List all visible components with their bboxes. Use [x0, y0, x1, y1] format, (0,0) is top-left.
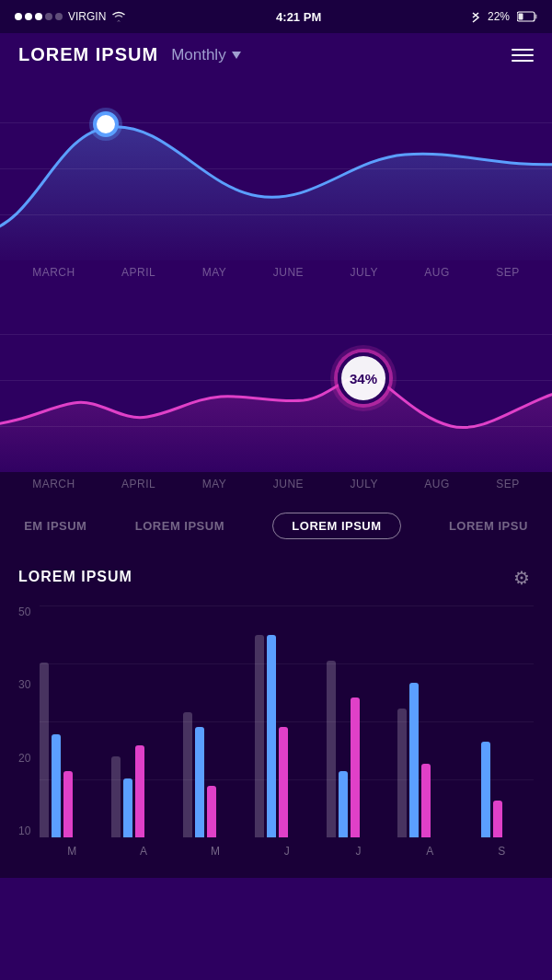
- y-label: 30: [18, 678, 30, 691]
- blue-data-point: [93, 111, 119, 137]
- menu-line: [512, 60, 534, 62]
- tab-lorem-ipsum-2[interactable]: LOREM IPSUM: [272, 513, 400, 539]
- menu-button[interactable]: [512, 49, 534, 62]
- bar-blue: [123, 778, 132, 837]
- header: LOREM IPSUM Monthly: [0, 33, 552, 76]
- bar-section-header: LOREM IPSUM ⚙: [18, 567, 534, 587]
- bar-gray: [327, 661, 336, 837]
- bar-blue: [481, 742, 490, 837]
- grid-line: [0, 334, 552, 335]
- pink-data-point: 34%: [338, 352, 389, 404]
- wifi-icon: [111, 11, 126, 22]
- bar-gray: [111, 756, 121, 837]
- signal-dots: [15, 13, 63, 20]
- menu-line: [512, 49, 534, 51]
- bar-section-title: LOREM IPSUM: [18, 569, 132, 585]
- grid-line: [0, 122, 552, 123]
- bar-gray: [40, 663, 49, 837]
- status-left: VIRGIN: [15, 10, 126, 23]
- month-label: JUNE: [273, 478, 304, 490]
- blue-chart: [0, 76, 552, 260]
- month-label: MAY: [202, 266, 227, 279]
- bar-group-j: J: [255, 635, 319, 837]
- bar-group-a2: A: [397, 683, 462, 837]
- bar-pink: [351, 698, 360, 837]
- chart-grid: [0, 76, 552, 260]
- svg-rect-1: [535, 15, 536, 19]
- settings-icon[interactable]: ⚙: [513, 567, 534, 587]
- y-label: 50: [18, 605, 30, 618]
- bar-pink: [493, 801, 502, 837]
- bar-group-s: S: [469, 742, 534, 837]
- grid-line: [0, 426, 552, 427]
- bar-blue: [339, 771, 348, 837]
- month-label: MARCH: [32, 266, 75, 279]
- bluetooth-icon: [471, 10, 480, 23]
- dropdown-label: Monthly: [171, 46, 226, 64]
- bar-blue: [195, 727, 204, 837]
- chart-grid: [0, 288, 552, 472]
- tab-lorem-ipsum-1[interactable]: LOREM IPSUM: [135, 519, 224, 533]
- x-label: S: [498, 845, 505, 858]
- x-label: J: [356, 845, 362, 858]
- app-title: LOREM IPSUM: [18, 44, 158, 65]
- bar-pink: [63, 771, 73, 837]
- battery-percent: 22%: [488, 10, 510, 23]
- bar-pink: [421, 764, 431, 837]
- bar-gray: [255, 635, 264, 837]
- month-label: AUG: [424, 478, 450, 490]
- pink-chart: 34%: [0, 288, 552, 472]
- status-bar: VIRGIN 4:21 PM 22%: [0, 0, 552, 33]
- status-time: 4:21 PM: [276, 10, 321, 24]
- bar-pink: [207, 786, 216, 837]
- tab-lorem-ipsu[interactable]: LOREM IPSU: [449, 519, 528, 533]
- bar-chart: 50 30 20 10 M A: [18, 605, 534, 863]
- x-label: M: [211, 845, 220, 858]
- bar-pink: [135, 745, 144, 837]
- month-label: MARCH: [32, 478, 75, 490]
- menu-line: [512, 54, 534, 56]
- month-label: JULY: [350, 478, 377, 490]
- x-label: A: [426, 845, 433, 858]
- period-dropdown[interactable]: Monthly: [171, 46, 241, 64]
- y-label: 10: [18, 824, 30, 837]
- y-label: 20: [18, 752, 30, 765]
- bar-blue: [267, 635, 276, 837]
- bar-group-j2: J: [327, 661, 391, 837]
- bar-gray: [397, 709, 407, 837]
- status-right: 22%: [471, 10, 537, 23]
- tabs-section: EM IPSUM LOREM IPSUM LOREM IPSUM LOREM I…: [0, 500, 552, 552]
- bars-area: M A M J: [40, 605, 534, 863]
- bar-group-m2: M: [183, 712, 247, 837]
- x-label: J: [284, 845, 290, 858]
- grid-line: [0, 380, 552, 381]
- battery-icon: [517, 11, 537, 22]
- chevron-down-icon: [232, 52, 241, 59]
- bar-gray: [183, 712, 192, 837]
- bar-blue: [409, 683, 419, 837]
- bar-pink: [279, 727, 288, 837]
- bar-group-m: M: [40, 663, 104, 837]
- month-label: JULY: [350, 266, 377, 279]
- grid-line: [0, 214, 552, 215]
- month-label: APRIL: [121, 478, 155, 490]
- month-label: APRIL: [121, 266, 155, 279]
- grid-line: [0, 168, 552, 169]
- bar-blue: [52, 734, 61, 837]
- svg-rect-2: [518, 14, 523, 20]
- y-axis: 50 30 20 10: [18, 605, 40, 863]
- bar-section: LOREM IPSUM ⚙ 50 30 20 10 M: [0, 552, 552, 878]
- x-label: M: [67, 845, 76, 858]
- month-label: SEP: [496, 478, 520, 490]
- month-label: AUG: [424, 266, 450, 279]
- x-label: A: [140, 845, 147, 858]
- pink-chart-months: MARCH APRIL MAY JUNE JULY AUG SEP: [0, 472, 552, 500]
- month-label: SEP: [496, 266, 520, 279]
- blue-chart-months: MARCH APRIL MAY JUNE JULY AUG SEP: [0, 260, 552, 288]
- bar-group-a: A: [111, 745, 176, 837]
- tab-em-ipsum[interactable]: EM IPSUM: [24, 519, 86, 533]
- month-label: JUNE: [273, 266, 304, 279]
- pink-data-value: 34%: [350, 371, 377, 386]
- month-label: MAY: [202, 478, 227, 490]
- carrier-label: VIRGIN: [68, 10, 106, 23]
